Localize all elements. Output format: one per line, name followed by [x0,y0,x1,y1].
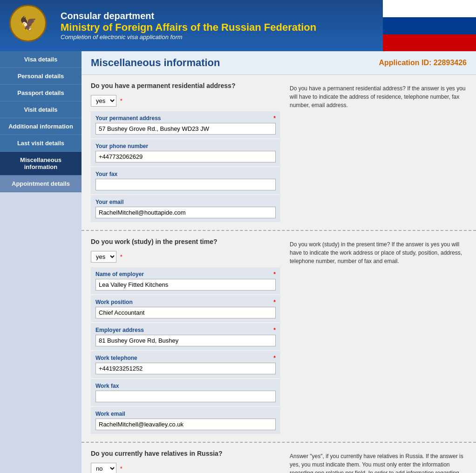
section3-select[interactable]: no yes [91,463,116,473]
header-line3: Completion of electronic visa applicatio… [61,34,316,41]
phone-number-label: Your phone number [95,143,276,149]
sidebar-item-additional-information[interactable]: Additional information [0,118,82,135]
section2-question: Do you work (study) in the present time? [91,238,280,245]
sidebar-item-personal-details[interactable]: Personal details [0,68,82,85]
russian-flag [383,0,476,51]
section3-question: Do you currently have relatives in Russi… [91,450,280,457]
work-fax-group: Work fax [91,379,280,406]
section1-select-group: yes no * [91,93,280,107]
section3-help: Answer "yes", if you currently have rela… [290,450,467,473]
fax-group: Your fax [91,167,280,194]
section1-required-star: * [120,97,122,104]
permanent-address-group: Your permanent address * [91,111,280,138]
work-position-group: Work position * [91,295,280,322]
work-telephone-input[interactable] [95,363,276,374]
section-relatives: Do you currently have relatives in Russi… [82,443,476,473]
section3-required-star: * [120,465,122,472]
header-line1: Consular department [61,11,316,21]
sidebar-item-passport-details[interactable]: Passport details [0,85,82,101]
permanent-address-required: * [273,115,276,122]
page-title: Miscellaneous information [91,57,220,69]
sidebar-item-appointment-details: Appointment details [0,176,82,192]
sidebar-item-miscellaneous-information[interactable]: Miscellaneous information [0,152,82,176]
email-group: Your email [91,195,280,222]
eagle-emblem: 🦅 [9,5,47,42]
flag-red-stripe [383,34,476,51]
logo: 🦅 [9,5,51,47]
employer-name-group: Name of employer * [91,267,280,294]
permanent-address-input[interactable] [95,123,276,135]
section2-help: Do you work (study) in the present time?… [290,238,467,435]
content-area: Miscellaneous information Application ID… [82,51,476,473]
employer-address-group: Employer address * [91,323,280,350]
work-fax-input[interactable] [95,391,276,402]
employer-address-label: Employer address * [95,327,276,333]
header-text: Consular department Ministry of Foreign … [61,11,316,41]
employer-address-required: * [273,327,276,333]
sidebar-item-last-visit-details[interactable]: Last visit details [0,135,82,152]
flag-white-stripe [383,0,476,17]
work-telephone-required: * [273,355,276,361]
work-position-label: Work position * [95,299,276,305]
work-telephone-group: Work telephone * [91,351,280,378]
flag-blue-stripe [383,17,476,34]
section-permanent-address: Do you have a permanent residential addr… [82,75,476,231]
fax-input[interactable] [95,179,276,190]
work-email-group: Work email [91,407,280,434]
work-position-required: * [273,299,276,305]
fax-label: Your fax [95,171,276,177]
section-work-study: Do you work (study) in the present time?… [82,231,476,443]
sidebar: Visa details Personal details Passport d… [0,51,82,473]
section1-question: Do you have a permanent residential addr… [91,82,280,89]
sidebar-item-visit-details[interactable]: Visit details [0,101,82,118]
phone-number-input[interactable] [95,151,276,162]
application-id: Application ID: 22893426 [379,59,467,67]
work-email-label: Work email [95,411,276,417]
section3-fields: Do you currently have relatives in Russi… [91,450,280,473]
employer-name-label: Name of employer * [95,271,276,277]
sidebar-item-visa-details[interactable]: Visa details [0,51,82,68]
section1-fields: Do you have a permanent residential addr… [91,82,280,223]
page-title-bar: Miscellaneous information Application ID… [82,51,476,75]
work-position-input[interactable] [95,307,276,318]
section3-select-group: no yes * [91,461,280,473]
employer-name-input[interactable] [95,279,276,291]
work-email-input[interactable] [95,419,276,430]
main-container: Visa details Personal details Passport d… [0,51,476,473]
section2-select[interactable]: yes no [91,251,116,263]
work-fax-label: Work fax [95,383,276,389]
employer-address-input[interactable] [95,335,276,346]
header-line2: Ministry of Foreign Affairs of the Russi… [61,21,316,34]
phone-number-group: Your phone number [91,139,280,166]
section2-select-group: yes no * [91,249,280,263]
permanent-address-label: Your permanent address * [95,115,276,122]
section2-fields: Do you work (study) in the present time?… [91,238,280,435]
employer-name-required: * [273,271,276,277]
email-label: Your email [95,199,276,205]
section2-required-star: * [120,253,122,260]
section1-help: Do you have a permanent residential addr… [290,82,467,223]
work-telephone-label: Work telephone * [95,355,276,361]
email-input[interactable] [95,207,276,218]
section1-select[interactable]: yes no [91,95,116,107]
page-header: 🦅 Consular department Ministry of Foreig… [0,0,476,51]
